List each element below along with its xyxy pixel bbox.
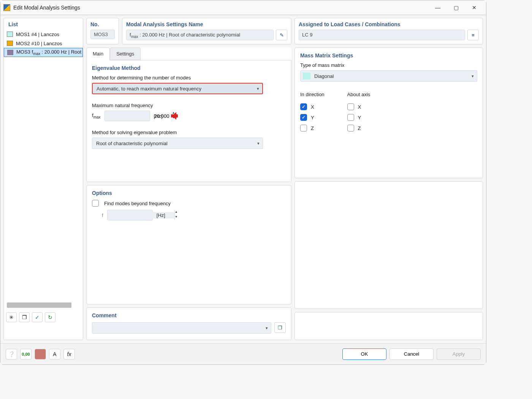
fmax-symbol: fmax <box>92 112 101 119</box>
list-item-label: MOS1 #4 | Lanczos <box>16 32 59 37</box>
list-item[interactable]: MOS2 #10 | Lanczos <box>4 39 83 48</box>
list-item[interactable]: MOS1 #4 | Lanczos <box>4 30 83 39</box>
comment-pick-button[interactable]: ❐ <box>274 322 286 333</box>
chevron-down-icon: ▾ <box>472 74 474 79</box>
list-item-swatch <box>7 41 13 46</box>
mass-type-combo[interactable]: Diagonal ▾ <box>300 70 477 82</box>
direction-label: In direction <box>300 92 325 97</box>
font-options-button[interactable]: A <box>49 349 60 359</box>
solve-method-label: Method for solving eigenvalue problem <box>92 130 286 135</box>
assigned-field[interactable]: LC 9 <box>299 30 465 40</box>
list-item-label: MOS2 #10 | Lanczos <box>16 41 62 46</box>
edit-name-button[interactable]: ✎ <box>276 30 287 40</box>
direction-z-checkbox[interactable]: Z <box>300 125 325 131</box>
list-item-label: MOS3 fmax : 20.000 Hz | Root of characte… <box>16 49 83 56</box>
cancel-button[interactable]: Cancel <box>390 348 434 360</box>
list-refresh-button[interactable]: ↻ <box>45 312 55 322</box>
window-title: Edit Modal Analysis Settings <box>13 5 80 11</box>
name-label: Modal Analysis Settings Name <box>126 21 287 27</box>
solve-method-value: Root of characteristic polynomial <box>96 141 168 146</box>
options-section: Options Find modes beyond frequency f ▲▼ <box>86 185 291 304</box>
list-item[interactable]: MOS3 fmax : 20.000 Hz | Root of characte… <box>4 48 83 57</box>
app-icon <box>3 4 10 11</box>
list-pane: List MOS1 #4 | LanczosMOS2 #10 | Lanczos… <box>3 18 83 340</box>
edit-assigned-button[interactable]: ≡ <box>467 30 479 40</box>
minimize-button[interactable]: — <box>429 2 446 13</box>
mass-heading: Mass Matrix Settings <box>300 52 477 59</box>
axis-y-checkbox[interactable]: Y <box>347 114 370 121</box>
modes-method-label: Method for determining the number of mod… <box>92 75 286 81</box>
dialog-footer: ❔ 0,00 A fx OK Cancel Apply <box>0 343 486 364</box>
maximize-button[interactable]: ▢ <box>447 2 465 13</box>
fmax-input[interactable]: ▲▼ <box>104 111 150 121</box>
no-cell: No. MOS3 <box>86 18 119 44</box>
f-symbol: f <box>102 212 103 218</box>
tab-main[interactable]: Main <box>86 48 110 60</box>
list-item-swatch <box>7 50 13 55</box>
axis-z-checkbox[interactable]: Z <box>347 125 370 131</box>
ok-button[interactable]: OK <box>342 348 386 360</box>
modes-method-value: Automatic, to reach maximum natural freq… <box>97 86 201 92</box>
units-button[interactable]: 0,00 <box>20 349 32 359</box>
find-modes-label: Find modes beyond frequency <box>104 201 171 206</box>
formula-button[interactable]: fx <box>63 349 75 359</box>
mass-type-label: Type of mass matrix <box>300 62 477 68</box>
color-button[interactable] <box>35 349 46 359</box>
close-button[interactable]: ✕ <box>466 2 483 13</box>
chevron-down-icon: ▾ <box>257 141 260 146</box>
chevron-down-icon: ▾ <box>266 326 268 331</box>
annotation-arrow-icon <box>168 113 179 119</box>
eigen-section: Eigenvalue Method Method for determining… <box>87 60 291 182</box>
fmax-label: Maximum natural frequency <box>92 103 286 108</box>
axis-x-checkbox[interactable]: X <box>347 103 370 110</box>
list-copy-button[interactable]: ❐ <box>19 312 30 322</box>
f-input: ▲▼ <box>107 210 153 220</box>
no-value: MOS3 <box>90 30 115 39</box>
comment-combo[interactable]: ▾ <box>92 322 271 334</box>
apply-button[interactable]: Apply <box>437 348 481 360</box>
titlebar: Edit Modal Analysis Settings — ▢ ✕ <box>0 0 486 15</box>
find-modes-checkbox[interactable]: Find modes beyond frequency <box>92 200 286 207</box>
mass-section: Mass Matrix Settings Type of mass matrix… <box>294 48 483 178</box>
comment-heading: Comment <box>92 312 286 318</box>
name-cell: Modal Analysis Settings Name fmax : 20.0… <box>122 18 291 44</box>
list-header: List <box>4 18 83 30</box>
chevron-down-icon: ▾ <box>257 86 259 91</box>
help-button[interactable]: ❔ <box>6 349 17 359</box>
list-new-button[interactable]: ✳ <box>6 312 17 322</box>
tab-settings[interactable]: Settings <box>110 48 141 60</box>
modes-method-combo[interactable]: Automatic, to reach maximum natural freq… <box>92 83 263 94</box>
direction-x-checkbox[interactable]: X <box>300 103 325 110</box>
fmax-unit: [Hz] <box>154 113 163 119</box>
mass-type-value: Diagonal <box>314 73 334 79</box>
axis-label: About axis <box>347 92 370 97</box>
list-check-all-button[interactable]: ✓ <box>32 312 43 322</box>
direction-y-checkbox[interactable]: Y <box>300 114 325 121</box>
list-horizontal-scrollbar[interactable] <box>7 302 71 308</box>
right-blank-panel-1 <box>294 181 483 309</box>
eigen-heading: Eigenvalue Method <box>92 65 286 71</box>
assigned-cell: Assigned to Load Cases / Combinations LC… <box>294 18 483 44</box>
solve-method-combo[interactable]: Root of characteristic polynomial ▾ <box>92 138 263 149</box>
list-item-swatch <box>7 32 13 37</box>
f-unit: [Hz] <box>157 212 165 218</box>
comment-section: Comment ▾ ❐ <box>86 307 291 340</box>
no-label: No. <box>90 21 115 27</box>
name-field[interactable]: fmax : 20.000 Hz | Root of characteristi… <box>126 30 274 40</box>
options-heading: Options <box>92 190 286 196</box>
right-blank-panel-2 <box>294 312 483 340</box>
assigned-label: Assigned to Load Cases / Combinations <box>299 21 479 27</box>
mass-type-swatch <box>303 73 310 79</box>
tabbar: Main Settings <box>86 48 291 60</box>
